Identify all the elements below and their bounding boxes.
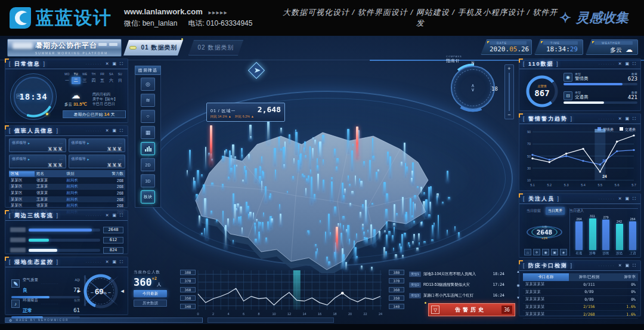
tab-data-category-2[interactable]: 02 数据类别 [188,40,243,55]
weather-value: 多云☁ [595,45,633,54]
table-row: 某某区张某某副局长268 [9,190,125,196]
svg-text:24: 24 [602,174,607,178]
y-tick: 380 [389,270,404,275]
dots-decoration: ······· [599,117,615,121]
panel-header: 日常信息 ······· ✕ ▣ ⛶ [5,59,128,69]
focus-tool-icon[interactable]: ✈ [533,249,540,255]
mode-3d-button[interactable]: 3D [141,174,155,187]
map-zoom-slider[interactable]: + − [504,64,514,119]
alert-list-item[interactable]: 类型1湿地3-104片区有不明人员闯入18:24 [409,270,504,278]
panel-wetland-eco: 湿地生态监控 ······· ✕ ▣ ⛶ 空气质量良 ··········· A… [5,257,128,315]
weekday-en: TH [89,72,98,76]
svg-text:12: 12 [287,312,291,316]
duty-leader-card[interactable]: 值班领导▸···某某某 [9,138,66,152]
zoom-out-button[interactable]: − [507,112,510,118]
panel-controls[interactable]: ✕ ▣ ⛶ [618,196,637,201]
checkpoint-header: 卡口名称异常/已检测异常率 [523,273,638,281]
checkpoint-row: 某某某某0/890% [523,289,638,297]
alert-list-item[interactable]: 类型3某路口有小汽车连闯三个红灯16:24 [409,291,504,300]
focus-tool-icon[interactable]: ◉ [542,249,549,255]
panel-110-data: 110数据 ······· ✕ ▣ ⛶ 总警情 867 ◉类型警情类数量623⊟… [519,58,641,111]
group-layer-button[interactable]: ⁘ [141,110,155,123]
y-tick: 350 [389,295,404,301]
panel-controls[interactable]: ✕ ▣ ⛶ [618,263,637,268]
svg-text:5.4: 5.4 [581,183,586,187]
panel-controls[interactable]: ✕ ▣ ⛶ [618,61,637,66]
zoom-track[interactable] [509,73,510,111]
panel-title: 110数据 [523,60,559,68]
panel-controls[interactable]: ✕ ▣ ⛶ [106,128,124,133]
platform-title: 暑期办公协作平台 [35,41,97,51]
panel-header: 湿地生态监控 ······· ✕ ▣ ⛶ [5,257,128,267]
weekday-cn: 一 [63,77,72,84]
focus-tool-icon[interactable]: ▣ [551,249,558,255]
panel-controls[interactable]: ✕ ▣ ⛶ [106,260,124,264]
office-counter: 当前办公人数 360+2人 今日最新 历史数据 [134,270,179,307]
trend-line-chart: 90705030105.15.25.35.45.55.65.73624 [523,127,637,190]
panel-controls[interactable]: ✕ ▣ ⛶ [106,213,124,218]
focus-tab[interactable]: 当日离开 [546,207,565,215]
scroll-up-icon[interactable]: ▲ [516,270,520,273]
panel-trend: 警情警力趋势 ······· ✕ ▣ ⛶ 警情类 交通类 90705030105… [519,113,641,191]
alert-list: ▲ ◉ ▼ 类型1湿地3-104片区有不明人员闯入18:24类型2RD13-53… [409,270,519,302]
city-map[interactable] [153,94,479,273]
services-list: 大数据可视化设计 / 软件界面设计 / 网站建设 / 手机及小程序设计 / 软件… [263,7,559,29]
duty-leader-card[interactable]: 值班领导▸···某某某 [9,155,66,168]
zoom-in-button[interactable]: + [507,66,510,72]
compass-north-label: N [471,61,474,65]
history-data-button[interactable]: 历史数据 [134,300,167,307]
focus-tool-icon[interactable]: ⌂ [524,249,531,255]
focus-bar: 264上访 [628,214,637,250]
svg-text:5.7: 5.7 [631,183,636,187]
weekday-en: SU [116,72,125,76]
duty-leader-card[interactable]: 值班领导▸···某某某 [69,138,126,152]
map-marker-icon[interactable] [248,62,265,79]
building-layer-button[interactable]: ▦ [141,126,155,139]
weekday-cn: 三 [80,77,89,84]
y-tick: 340 [389,304,404,309]
gauge-left-arrow: ▶ [78,289,80,294]
gear-icon: ⚙ [9,318,12,322]
panel-title: 警情警力趋势 [523,115,573,123]
footer-bar-decoration [208,317,334,323]
svg-text:10: 10 [527,178,531,182]
mode-2d-button[interactable]: 2D [141,158,155,171]
alert-history-label: 告警历史 [439,306,501,314]
y-tick: 380 [180,270,196,275]
weekday-cn: 五 [98,77,107,84]
mode-block-button[interactable]: 板块 [141,190,155,203]
focus-bar: 264在逃 [575,214,583,250]
logo: 蓝蓝设计 [10,6,112,30]
svg-text:5.1: 5.1 [530,183,535,187]
svg-text:5.3: 5.3 [564,183,569,187]
signal-layer-button[interactable]: ≋ [141,94,155,107]
panel-title: 日常信息 [9,60,46,68]
panel-duty-info: 值班人员信息 ······· ✕ ▣ ⛶ 值班领导▸···某某某值班领导▸···… [5,125,128,208]
flow-bar-row: 2648 [10,226,123,233]
clock-time: 18:34 [10,92,57,101]
bars-layer-button[interactable] [141,142,155,155]
logo-text: 蓝蓝设计 [36,6,112,30]
panel-controls[interactable]: ✕ ▣ ⛶ [106,61,124,66]
duty-leader-card[interactable]: 值班领导▸···某某某 [69,155,126,168]
today-latest-button[interactable]: 今日最新 [134,290,167,297]
camera-layer-button[interactable]: ◎ [141,78,155,91]
scroll-down-icon[interactable]: ▼ [516,296,520,300]
focus-tool-icon[interactable]: ◈ [560,249,567,255]
redacted-line-label [10,248,26,252]
alert-history-banner[interactable]: ▽ 告警历史 36 [428,303,515,316]
panel-header: 警情警力趋势 ······· ✕ ▣ ⛶ [519,114,640,124]
title-plate-decoration [98,43,117,46]
weekday-en: FR [98,72,107,76]
leaf-icon [11,279,20,288]
office-trend-chart: 380370360350340 024681012141618202224 38… [180,269,404,316]
noise-icon: ♪ [11,300,20,308]
week-strip: MOTUWETHFRSASU一二三四五六日 [63,72,125,84]
focus-tab[interactable]: 当日驻留 [524,207,543,215]
alarm-type-rows: ◉类型警情类数量623⊟类型交通类数量421 [564,72,637,109]
site-header: 蓝蓝设计 www.lanlanwork.com▸▸▸▸▸ 微信: ben_lan… [0,0,644,36]
tab-data-category-1[interactable]: 01 数据类别 [123,40,183,55]
panel-controls[interactable]: ✕ ▣ ⛶ [618,116,637,121]
scroll-dot-icon[interactable]: ◉ [516,283,519,287]
alert-list-item[interactable]: 类型2RD13-53烟感报警疑似火灾17:24 [409,280,504,289]
